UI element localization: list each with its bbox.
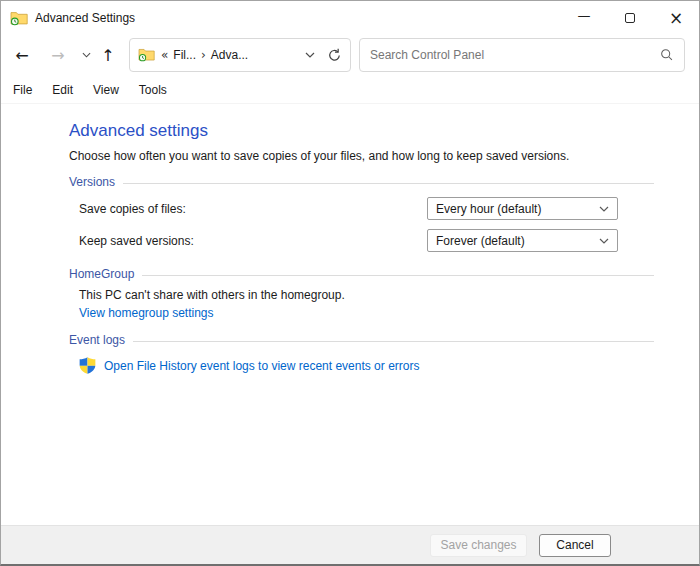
section-divider	[142, 275, 654, 276]
menu-view[interactable]: View	[87, 80, 125, 100]
open-event-logs-link-text: Open File History event logs to view rec…	[104, 359, 419, 373]
section-eventlogs-header: Event logs	[69, 333, 654, 347]
uac-shield-icon	[79, 357, 96, 374]
page-title: Advanced settings	[69, 121, 654, 141]
chevron-right-icon: ›	[201, 48, 206, 62]
close-button[interactable]: ×	[653, 1, 699, 34]
titlebar[interactable]: Advanced Settings — ×	[1, 1, 699, 34]
section-homegroup-title: HomeGroup	[69, 267, 134, 281]
chevron-down-icon	[82, 52, 91, 58]
address-bar[interactable]: « Fil... › Adva...	[129, 38, 351, 72]
maximize-icon	[625, 13, 635, 23]
save-copies-row: Save copies of files: Every hour (defaul…	[69, 197, 654, 221]
file-history-app-icon	[10, 10, 28, 26]
section-divider	[133, 341, 654, 342]
search-input[interactable]	[370, 48, 660, 62]
homegroup-status-text: This PC can't share with others in the h…	[69, 288, 654, 302]
menu-edit[interactable]: Edit	[46, 80, 79, 100]
window-controls: — ×	[561, 1, 699, 34]
chevron-down-icon	[599, 206, 609, 212]
minimize-button[interactable]: —	[561, 1, 607, 34]
section-versions-header: Versions	[69, 175, 654, 189]
address-dropdown-button[interactable]	[298, 41, 322, 69]
keep-versions-value: Forever (default)	[436, 234, 525, 248]
minimize-icon: —	[578, 8, 591, 23]
breadcrumb-parent[interactable]: Fil...	[173, 48, 196, 62]
window-title: Advanced Settings	[35, 11, 135, 25]
chevron-down-icon	[305, 52, 315, 58]
file-history-location-icon	[138, 47, 155, 63]
cancel-button[interactable]: Cancel	[539, 534, 611, 557]
section-divider	[123, 183, 654, 184]
close-icon: ×	[669, 8, 683, 28]
footer-bar: Save changes Cancel	[1, 525, 699, 564]
chevron-down-icon	[599, 238, 609, 244]
section-eventlogs-title: Event logs	[69, 333, 125, 347]
view-homegroup-settings-link[interactable]: View homegroup settings	[69, 306, 214, 320]
open-event-logs-link[interactable]: Open File History event logs to view rec…	[69, 357, 419, 374]
breadcrumb-current[interactable]: Adva...	[211, 48, 248, 62]
menu-bar: File Edit View Tools	[1, 76, 699, 104]
maximize-button[interactable]	[607, 1, 653, 34]
advanced-settings-window: Advanced Settings — × ← → ↑	[0, 0, 700, 566]
save-copies-value: Every hour (default)	[436, 202, 541, 216]
section-homegroup-header: HomeGroup	[69, 267, 654, 281]
keep-versions-select[interactable]: Forever (default)	[427, 229, 618, 252]
menu-tools[interactable]: Tools	[133, 80, 173, 100]
search-box	[359, 38, 685, 72]
page-description: Choose how often you want to save copies…	[69, 149, 654, 163]
up-button[interactable]: ↑	[93, 40, 123, 70]
menu-file[interactable]: File	[7, 80, 38, 100]
keep-versions-label: Keep saved versions:	[79, 234, 194, 248]
keep-versions-row: Keep saved versions: Forever (default)	[69, 229, 654, 253]
main-content: Advanced settings Choose how often you w…	[1, 104, 699, 525]
back-button[interactable]: ←	[7, 40, 37, 70]
section-versions-title: Versions	[69, 175, 115, 189]
chevrons-left-icon[interactable]: «	[161, 48, 168, 62]
search-icon	[660, 48, 674, 62]
navigation-bar: ← → ↑ « Fil... › Adva...	[1, 34, 699, 76]
refresh-button[interactable]	[322, 41, 346, 69]
refresh-icon	[327, 48, 342, 63]
save-copies-select[interactable]: Every hour (default)	[427, 197, 618, 220]
forward-button[interactable]: →	[43, 40, 73, 70]
recent-locations-button[interactable]	[79, 40, 93, 70]
save-changes-button[interactable]: Save changes	[430, 534, 527, 557]
save-copies-label: Save copies of files:	[79, 202, 186, 216]
